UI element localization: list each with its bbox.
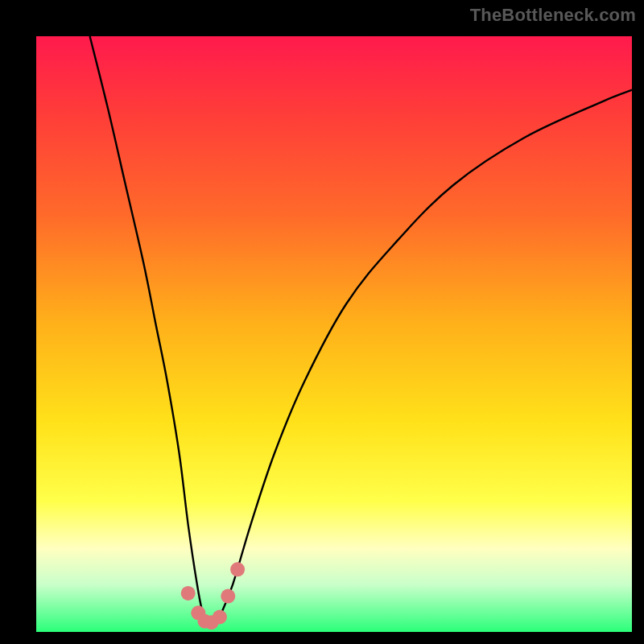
chart-svg xyxy=(36,36,632,632)
watermark-text: TheBottleneck.com xyxy=(470,5,636,26)
curve-marker xyxy=(213,610,227,625)
bottleneck-curve-path xyxy=(90,36,632,628)
curve-marker xyxy=(181,586,196,601)
marker-group xyxy=(181,562,245,630)
curve-marker xyxy=(230,562,245,576)
curve-marker xyxy=(221,589,235,604)
chart-plot-area xyxy=(36,36,632,632)
chart-frame: TheBottleneck.com xyxy=(0,0,644,644)
